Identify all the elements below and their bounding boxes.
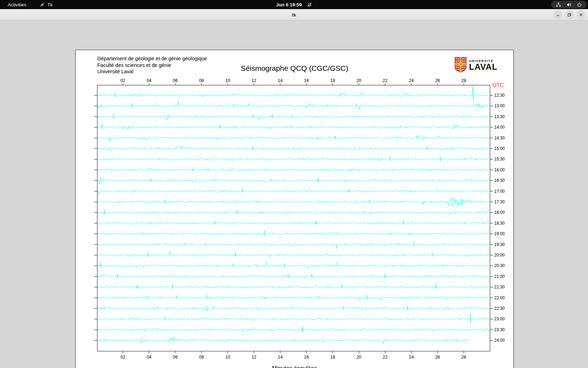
seismogram-trace <box>98 274 489 279</box>
minimize-button[interactable] <box>553 10 562 19</box>
utc-time-axis: 12:3013:0013:3014:0014:3015:0015:3016:00… <box>94 93 505 343</box>
top-axis-tick-label: 16 <box>304 78 309 83</box>
seismogram-trace <box>98 198 489 206</box>
seismogram-trace <box>98 135 489 142</box>
seismogram-trace <box>98 156 489 161</box>
utc-time-label: 14:00 <box>494 125 505 130</box>
utc-time-label: 17:30 <box>494 199 505 204</box>
top-axis-tick-label: 02 <box>120 78 125 83</box>
seismogram-trace <box>98 177 489 184</box>
utc-time-label: 23:00 <box>494 316 505 321</box>
window-titlebar: tk <box>0 9 588 20</box>
plot-frame <box>97 85 490 351</box>
bottom-axis-tick-label: 02 <box>120 355 125 360</box>
bottom-axis-tick-label: 18 <box>330 355 335 360</box>
maximize-icon <box>567 13 572 17</box>
bottom-axis-tick-label: 12 <box>252 355 257 360</box>
utc-time-label: 12:30 <box>494 93 505 98</box>
top-axis-tick-label: 22 <box>383 78 387 83</box>
utc-time-label: 19:30 <box>494 242 505 247</box>
seismogram-trace <box>98 124 489 130</box>
app-menu-button[interactable]: Tk <box>37 0 55 9</box>
close-button[interactable] <box>576 10 586 19</box>
seismogram-trace <box>98 230 489 236</box>
bottom-axis-tick-label: 08 <box>199 355 204 360</box>
utc-time-label: 20:00 <box>494 253 505 258</box>
seismogram-trace <box>98 252 489 257</box>
seismogram-trace <box>98 337 470 343</box>
utc-time-label: 16:00 <box>494 168 505 172</box>
top-axis-tick-label: 26 <box>435 78 440 83</box>
clock-button[interactable]: Jun 6 19:59 <box>276 2 312 7</box>
minimize-icon <box>556 13 560 17</box>
bottom-axis-tick-label: 10 <box>225 355 230 360</box>
gnome-top-bar: Activities Tk Jun 6 19:59 <box>0 0 588 9</box>
bottom-axis-tick-label: 06 <box>173 355 178 360</box>
network-wired-icon <box>556 2 561 7</box>
bottom-axis-tick-label: 22 <box>383 355 387 360</box>
tk-icon <box>40 2 45 7</box>
seismogram-trace <box>98 86 489 101</box>
tk-window-content: Département de géologie et de génie géol… <box>0 20 588 368</box>
seismogram-trace <box>98 283 489 289</box>
bottom-axis-tick-label: 28 <box>461 355 466 360</box>
utc-time-label: 19:00 <box>494 231 505 236</box>
maximize-button[interactable] <box>565 10 574 19</box>
utc-time-label: 17:00 <box>494 189 505 194</box>
bottom-axis-tick-label: 04 <box>147 355 152 360</box>
utc-time-label: 20:30 <box>494 263 505 268</box>
helicorder-svg: 0202040406060808101012121414161618182020… <box>76 50 514 368</box>
top-axis-tick-label: 14 <box>278 78 283 83</box>
close-icon <box>579 13 583 17</box>
utc-time-label: 21:00 <box>494 274 505 279</box>
seismogram-traces <box>98 86 489 343</box>
utc-time-label: 23:30 <box>494 327 505 332</box>
seismogram-trace <box>98 102 489 110</box>
minute-axes: 0202040406060808101012121414161618182020… <box>120 78 466 360</box>
seismogram-trace <box>98 168 489 172</box>
seismogram-trace <box>98 242 489 249</box>
seismogram-trace <box>98 306 489 311</box>
seismogram-trace <box>98 209 489 214</box>
top-axis-tick-label: 28 <box>461 78 466 83</box>
seismogram-trace <box>98 313 489 323</box>
top-axis-tick-label: 04 <box>147 78 152 83</box>
top-axis-tick-label: 18 <box>330 78 335 83</box>
utc-time-label: 13:30 <box>494 114 505 119</box>
clock-label: Jun 6 19:59 <box>276 2 302 7</box>
seismogram-trace <box>98 262 489 268</box>
volume-icon <box>566 2 572 7</box>
top-axis-tick-label: 24 <box>409 78 414 83</box>
window-title: tk <box>0 9 588 20</box>
utc-time-label: 21:30 <box>494 285 505 289</box>
utc-time-label: 15:00 <box>494 146 505 151</box>
seismogram-trace <box>98 114 489 120</box>
seismograph-sheet: Département de géologie et de génie géol… <box>75 50 514 368</box>
utc-time-label: 13:00 <box>494 103 505 108</box>
x-axis-title: Minutes écoulées <box>76 365 513 368</box>
utc-time-label: 18:00 <box>494 210 505 215</box>
top-axis-tick-label: 08 <box>199 78 204 83</box>
seismogram-trace <box>98 146 489 150</box>
utc-time-label: 16:30 <box>494 178 505 183</box>
seismogram-trace <box>98 295 489 300</box>
system-tray[interactable] <box>551 1 587 8</box>
seismogram-trace <box>98 326 489 332</box>
bottom-axis-tick-label: 20 <box>356 355 361 360</box>
utc-time-label: 24:00 <box>494 338 505 343</box>
notifications-off-icon <box>307 2 312 7</box>
bottom-axis-tick-label: 14 <box>278 355 283 360</box>
seismogram-trace <box>98 189 489 195</box>
bottom-axis-tick-label: 26 <box>435 355 440 360</box>
top-axis-tick-label: 10 <box>225 78 230 83</box>
utc-time-label: 22:30 <box>494 306 505 311</box>
seismogram-trace <box>98 221 489 225</box>
utc-time-label: 14:30 <box>494 136 505 141</box>
top-axis-tick-label: 20 <box>356 78 361 83</box>
app-menu-label: Tk <box>47 2 52 7</box>
top-axis-tick-label: 12 <box>252 78 257 83</box>
utc-time-label: 18:30 <box>494 221 505 226</box>
utc-time-label: 15:30 <box>494 157 505 162</box>
bottom-axis-tick-label: 24 <box>409 355 414 360</box>
activities-button[interactable]: Activities <box>6 0 28 9</box>
